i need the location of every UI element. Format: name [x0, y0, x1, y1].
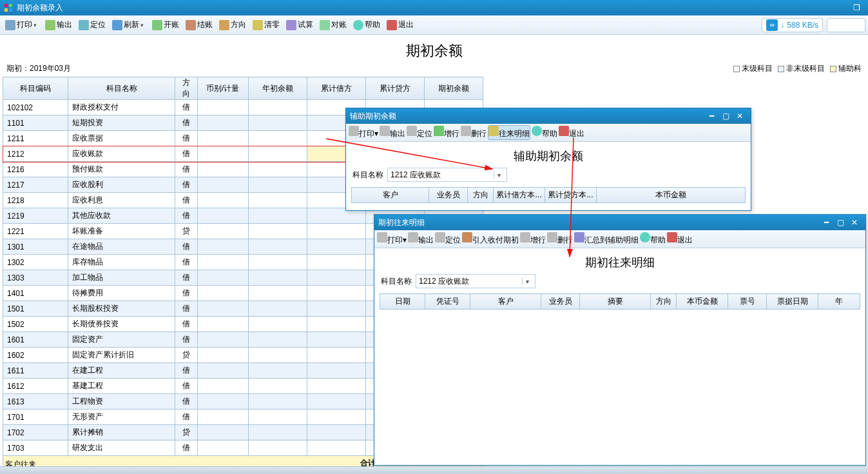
table-cell[interactable]: 1501: [3, 301, 68, 317]
table-cell[interactable]: [248, 301, 307, 317]
table-cell[interactable]: 长期股权投资: [68, 301, 175, 317]
table-cell[interactable]: [248, 270, 307, 286]
table-cell[interactable]: [197, 146, 248, 162]
table-cell[interactable]: 待摊费用: [68, 286, 175, 301]
table-cell[interactable]: 应收票据: [68, 131, 175, 146]
table-cell[interactable]: 借: [175, 440, 197, 456]
aux-col-credit[interactable]: 累计贷方本...: [545, 188, 597, 203]
table-cell[interactable]: 贷: [175, 348, 197, 363]
table-cell[interactable]: 1611: [3, 363, 68, 379]
table-cell[interactable]: 1218: [3, 193, 68, 208]
detail-table[interactable]: 日期 凭证号 客户 业务员 摘要 方向 本币金额 票号 票据日期 年: [380, 293, 860, 310]
detail-col-voucher[interactable]: 凭证号: [425, 294, 470, 310]
table-cell[interactable]: 1212: [3, 146, 68, 162]
table-cell[interactable]: 1211: [3, 131, 68, 146]
col-name[interactable]: 科目名称: [68, 77, 175, 100]
aux-addrow-button[interactable]: 增行: [434, 126, 459, 139]
table-cell[interactable]: [307, 394, 365, 410]
aux-export-button[interactable]: 输出: [380, 126, 405, 139]
table-cell[interactable]: [197, 440, 248, 456]
table-cell[interactable]: [197, 239, 248, 255]
restore-button[interactable]: ❐: [849, 1, 864, 14]
table-cell[interactable]: 借: [175, 193, 197, 208]
clear-button[interactable]: 清零: [250, 17, 282, 33]
table-cell[interactable]: 预付账款: [68, 162, 175, 177]
table-cell[interactable]: [197, 131, 248, 146]
table-cell[interactable]: 贷: [175, 425, 197, 440]
table-cell[interactable]: [197, 301, 248, 317]
table-cell[interactable]: [248, 115, 307, 131]
table-cell[interactable]: [197, 208, 248, 224]
table-cell[interactable]: [248, 193, 307, 208]
table-cell[interactable]: [248, 425, 307, 440]
col-code[interactable]: 科目编码: [3, 77, 68, 100]
table-cell[interactable]: 1302: [3, 255, 68, 270]
table-cell[interactable]: [197, 193, 248, 208]
detail-title-bar[interactable]: 期初往来明细 ━ ▢ ✕: [374, 215, 865, 230]
detail-col-dir[interactable]: 方向: [651, 294, 677, 310]
table-cell[interactable]: 1216: [3, 162, 68, 177]
detail-col-amt[interactable]: 本币金额: [677, 294, 728, 310]
aux-col-dir[interactable]: 方向: [468, 188, 494, 203]
col-ybal[interactable]: 年初余额: [248, 77, 307, 100]
table-cell[interactable]: 贷: [175, 224, 197, 239]
table-cell[interactable]: [307, 348, 365, 363]
table-cell[interactable]: 1219: [3, 208, 68, 224]
table-cell[interactable]: 1702: [3, 425, 68, 440]
table-cell[interactable]: 长期债券投资: [68, 317, 175, 332]
table-cell[interactable]: 借: [175, 208, 197, 224]
col-obal[interactable]: 期初余额: [424, 77, 483, 100]
table-cell[interactable]: [248, 363, 307, 379]
table-cell[interactable]: [197, 332, 248, 348]
table-cell[interactable]: [307, 239, 365, 255]
table-cell[interactable]: [248, 332, 307, 348]
table-cell[interactable]: [197, 317, 248, 332]
aux-help-button[interactable]: 帮助: [532, 126, 557, 139]
table-cell[interactable]: 借: [175, 286, 197, 301]
table-cell[interactable]: 应收账款: [68, 146, 175, 162]
table-cell[interactable]: [307, 425, 365, 440]
table-cell[interactable]: 1221: [3, 224, 68, 239]
table-cell[interactable]: 1401: [3, 286, 68, 301]
detail-col-year[interactable]: 年: [818, 294, 860, 310]
detail-addrow-button[interactable]: 增行: [520, 232, 546, 246]
table-cell[interactable]: 102102: [3, 100, 68, 115]
table-cell[interactable]: [248, 146, 307, 162]
table-cell[interactable]: [248, 162, 307, 177]
table-cell[interactable]: 在途物品: [68, 239, 175, 255]
aux-col-sales[interactable]: 业务员: [429, 188, 468, 203]
table-cell[interactable]: 应收利息: [68, 193, 175, 208]
close-account-button[interactable]: 结账: [183, 17, 215, 33]
maximize-button[interactable]: ▢: [833, 218, 847, 227]
table-cell[interactable]: 借: [175, 301, 197, 317]
table-cell[interactable]: 1612: [3, 379, 68, 394]
table-cell[interactable]: 财政授权支付: [68, 100, 175, 115]
aux-locate-button[interactable]: 定位: [407, 126, 432, 139]
aux-subject-combo[interactable]: 1212 应收账款 ▾: [387, 168, 507, 182]
col-credit[interactable]: 累计贷方: [365, 77, 424, 100]
table-cell[interactable]: [197, 410, 248, 425]
dropdown-icon[interactable]: ▾: [34, 22, 39, 28]
refresh-button[interactable]: 刷新▾: [110, 17, 148, 33]
table-cell[interactable]: 借: [175, 394, 197, 410]
open-account-button[interactable]: 开账: [149, 17, 182, 33]
table-cell[interactable]: [248, 440, 307, 456]
table-cell[interactable]: 借: [175, 270, 197, 286]
col-curr[interactable]: 币别/计量: [197, 77, 248, 100]
table-cell[interactable]: 借: [175, 255, 197, 270]
table-cell[interactable]: [248, 286, 307, 301]
table-cell[interactable]: [197, 115, 248, 131]
detail-help-button[interactable]: 帮助: [640, 232, 666, 246]
table-cell[interactable]: [307, 410, 365, 425]
table-cell[interactable]: [197, 286, 248, 301]
detail-col-date[interactable]: 日期: [380, 294, 425, 310]
table-cell[interactable]: 1701: [3, 410, 68, 425]
table-cell[interactable]: [307, 224, 365, 239]
export-button[interactable]: 输出: [43, 17, 75, 33]
table-cell[interactable]: 基建工程: [68, 379, 175, 394]
table-cell[interactable]: 借: [175, 162, 197, 177]
aux-print-button[interactable]: 打印▾: [349, 126, 378, 139]
table-cell[interactable]: [248, 317, 307, 332]
table-cell[interactable]: [197, 224, 248, 239]
table-cell[interactable]: 应收股利: [68, 177, 175, 193]
